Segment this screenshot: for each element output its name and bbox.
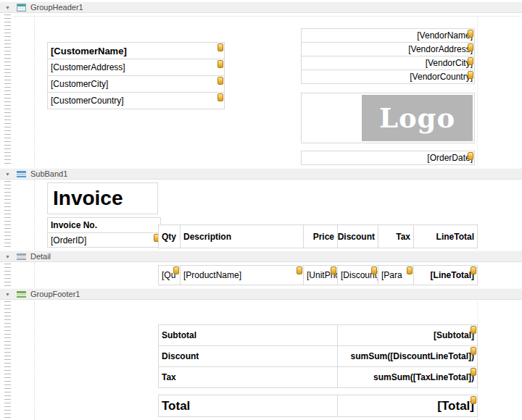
smart-tag-icon[interactable]	[468, 30, 473, 38]
smart-tag-icon[interactable]	[471, 396, 476, 404]
smart-tag-icon[interactable]	[471, 326, 476, 334]
vendor-address-field[interactable]: [VendorAddress]	[301, 42, 475, 56]
band-bar-group-header[interactable]: ▼ GroupHeader1	[0, 1, 522, 13]
invoice-no-text: Invoice No.	[51, 220, 97, 230]
detail-band-icon	[17, 253, 26, 261]
smart-tag-icon[interactable]	[471, 347, 476, 355]
collapse-arrow-icon[interactable]: ▼	[5, 172, 10, 177]
total-label[interactable]: Total	[158, 395, 338, 417]
discount-label[interactable]: Discount	[158, 345, 338, 367]
detail-line-total-text: [LineTotal]	[431, 270, 474, 280]
detail-cell-quantity[interactable]: [Qu	[158, 265, 181, 285]
margin-guide-left	[34, 14, 35, 167]
vendor-address-text: [VendorAddress]	[408, 44, 473, 54]
column-header-linetotal-text: LineTotal	[436, 232, 474, 242]
smart-tag-icon[interactable]	[331, 266, 336, 274]
tax-value-field[interactable]: sumSum([TaxLineTotal])	[338, 366, 478, 388]
column-header-tax[interactable]: Tax	[378, 224, 414, 248]
group-header-band-icon	[17, 4, 26, 12]
smart-tag-icon[interactable]	[173, 266, 179, 274]
logo-picture-box[interactable]: Logo	[301, 93, 475, 143]
column-header-price-text: Price	[313, 232, 334, 242]
tax-label-text: Tax	[162, 372, 176, 382]
margin-guide-horizontal	[14, 16, 521, 17]
total-value-field[interactable]: [Total]	[338, 395, 478, 417]
margin-guide-right	[477, 14, 478, 167]
total-value-text: [Total]	[437, 399, 474, 413]
vendor-country-text: [VendorCountry]	[410, 72, 473, 82]
vertical-ruler	[4, 14, 11, 167]
customer-name-text: [CustomerName]	[51, 46, 127, 56]
customer-country-text: [CustomerCountry]	[51, 96, 124, 106]
smart-tag-icon[interactable]	[468, 43, 473, 51]
report-designer-canvas: ▼ GroupHeader1 [CustomerName] [CustomerA…	[0, 0, 522, 420]
customer-name-field[interactable]: [CustomerName]	[47, 42, 225, 59]
detail-cell-discount[interactable]: [Discount]	[338, 265, 378, 285]
smart-tag-icon[interactable]	[218, 43, 223, 51]
detail-cell-product-name[interactable]: [ProductName]	[181, 265, 304, 285]
order-id-field[interactable]: [OrderID]	[47, 232, 161, 248]
smart-tag-icon[interactable]	[407, 266, 413, 274]
discount-label-text: Discount	[162, 351, 199, 361]
smart-tag-icon[interactable]	[468, 152, 473, 160]
column-header-qty-text: Qty	[162, 232, 176, 242]
column-header-tax-text: Tax	[396, 232, 410, 242]
column-header-linetotal[interactable]: LineTotal	[414, 224, 478, 248]
column-header-qty[interactable]: Qty	[158, 224, 181, 248]
vendor-city-field[interactable]: [VendorCity]	[301, 56, 475, 70]
band-bar-sub-band[interactable]: ▼ SubBand1	[0, 168, 522, 180]
detail-tax-parameter-text: [Para	[381, 270, 402, 280]
smart-tag-icon[interactable]	[471, 266, 476, 274]
band-bar-group-footer[interactable]: ▼ GroupFooter1	[0, 288, 522, 300]
smart-tag-icon[interactable]	[218, 93, 223, 101]
footer-row-tax: Tax sumSum([TaxLineTotal])	[158, 366, 478, 388]
footer-row-discount: Discount sumSum([DiscountLineTotal])	[158, 345, 478, 367]
customer-city-text: [CustomerCity]	[51, 79, 108, 89]
band-bar-detail[interactable]: ▼ Detail	[0, 251, 522, 262]
customer-address-field[interactable]: [CustomerAddress]	[47, 59, 225, 76]
tax-value-text: sumSum([TaxLineTotal])	[373, 372, 474, 382]
subtotal-label-text: Subtotal	[162, 330, 196, 340]
vendor-name-field[interactable]: [VendorName]	[301, 28, 475, 43]
detail-product-name-text: [ProductName]	[183, 270, 241, 280]
footer-row-subtotal: Subtotal [Subtotal]	[158, 324, 478, 346]
detail-cell-line-total[interactable]: [LineTotal]	[414, 265, 478, 285]
order-date-field[interactable]: [OrderDate]	[301, 151, 475, 165]
customer-country-field[interactable]: [CustomerCountry]	[47, 92, 225, 109]
subtotal-label[interactable]: Subtotal	[158, 324, 338, 346]
margin-guide-left	[34, 301, 35, 420]
vertical-ruler	[4, 301, 11, 420]
column-header-description[interactable]: Description	[181, 224, 304, 248]
smart-tag-icon[interactable]	[371, 266, 377, 274]
invoice-table-header-row: Qty Description Price Discount Tax LineT…	[158, 224, 478, 248]
tax-label[interactable]: Tax	[158, 366, 338, 388]
band-label-group-header: GroupHeader1	[30, 3, 83, 12]
vendor-name-text: [VendorName]	[417, 30, 473, 41]
margin-guide-left	[34, 180, 35, 250]
collapse-arrow-icon[interactable]: ▼	[5, 5, 10, 10]
smart-tag-icon[interactable]	[471, 368, 476, 376]
logo-text: Logo	[379, 102, 455, 134]
discount-value-text: sumSum([DiscountLineTotal])	[351, 351, 474, 361]
invoice-title-label[interactable]: Invoice	[47, 182, 158, 214]
smart-tag-icon[interactable]	[468, 71, 473, 79]
subtotal-value-field[interactable]: [Subtotal]	[338, 324, 478, 346]
smart-tag-icon[interactable]	[468, 57, 473, 65]
smart-tag-icon[interactable]	[218, 60, 223, 68]
smart-tag-icon[interactable]	[218, 77, 223, 85]
discount-value-field[interactable]: sumSum([DiscountLineTotal])	[338, 345, 478, 367]
collapse-arrow-icon[interactable]: ▼	[5, 292, 10, 297]
detail-cell-unit-price[interactable]: [UnitPric	[304, 265, 338, 285]
collapse-arrow-icon[interactable]: ▼	[5, 254, 10, 259]
customer-city-field[interactable]: [CustomerCity]	[47, 75, 225, 93]
invoice-no-label[interactable]: Invoice No.	[47, 217, 161, 233]
detail-cell-tax-parameter[interactable]: [Para	[378, 265, 414, 285]
footer-row-total: Total [Total]	[158, 395, 478, 417]
vendor-country-field[interactable]: [VendorCountry]	[301, 70, 475, 84]
column-header-discount[interactable]: Discount	[338, 224, 378, 248]
smart-tag-icon[interactable]	[297, 266, 302, 274]
order-id-text: [OrderID]	[51, 235, 86, 245]
order-date-text: [OrderDate]	[427, 153, 473, 163]
column-header-price[interactable]: Price	[304, 224, 338, 248]
total-label-text: Total	[162, 399, 190, 413]
